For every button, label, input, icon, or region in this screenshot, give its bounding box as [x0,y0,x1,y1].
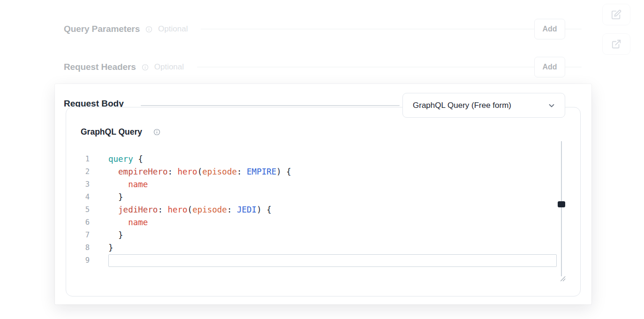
code-token: episode [192,205,227,214]
code-token: name [128,218,148,227]
code-token: ( [197,167,203,176]
line-number: 7 [66,229,90,242]
line-number: 2 [66,166,90,178]
code-token: JEDI [237,205,257,214]
line-number: 9 [66,254,90,267]
graphql-editor-card: GraphQL Query 123456789 query { empireHe… [66,107,581,296]
code-line[interactable]: name [108,216,556,229]
code-token: : [227,205,237,214]
code-token: query [108,154,133,164]
line-number: 5 [66,204,90,216]
code-token: ( [188,205,193,214]
code-token: } [108,192,123,202]
line-number: 6 [66,216,90,229]
gutter: 123456789 [66,153,90,267]
code-token: : [237,167,247,176]
editor-scrollbar-track[interactable] [561,141,562,276]
code-line[interactable]: } [108,229,556,242]
info-icon[interactable] [153,129,160,136]
code-token [108,205,118,214]
code-token: ) { [276,167,291,176]
body-type-value: GraphQL Query (Free form) [413,101,511,110]
code-line[interactable]: } [108,191,556,204]
chevron-down-icon [547,101,556,110]
code-token [108,167,118,176]
line-number: 3 [66,178,90,191]
resize-grip-icon[interactable] [559,275,567,282]
code-token [108,180,128,189]
code-line[interactable]: jediHero: hero(episode: JEDI) { [108,204,556,216]
code-line[interactable]: query { [108,153,556,166]
code-token: } [108,243,114,252]
scrollbar-thumb[interactable] [558,201,565,207]
code-token [108,218,128,227]
graphql-query-header: GraphQL Query [81,127,160,137]
code-token: : [167,167,177,176]
code-token: episode [202,167,237,176]
request-body-panel: Request Body GraphQL Query (Free form) G… [55,84,591,304]
code-token: hero [178,167,197,176]
code-lines: query { empireHero: hero(episode: EMPIRE… [108,153,556,267]
graphql-query-label: GraphQL Query [81,127,142,137]
code-token: hero [167,205,187,214]
code-token: name [128,180,148,189]
code-token: : [158,205,167,214]
line-number: 4 [66,191,90,204]
code-token: ) { [257,205,272,214]
body-type-select[interactable]: GraphQL Query (Free form) [402,93,565,118]
code-token: { [133,154,143,164]
code-token: } [108,230,123,240]
code-line[interactable]: empireHero: hero(episode: EMPIRE) { [108,166,556,178]
line-number: 8 [66,242,90,254]
code-token: empireHero [118,167,167,176]
line-number: 1 [66,153,90,166]
code-token: EMPIRE [247,167,276,176]
page: Query Parameters Optional Add Request He… [0,0,644,319]
title-divider [141,105,400,106]
code-line[interactable] [108,254,556,267]
code-editor[interactable]: 123456789 query { empireHero: hero(episo… [66,153,580,270]
code-line[interactable]: } [108,242,556,254]
code-token: jediHero [118,205,158,214]
code-line[interactable]: name [108,178,556,191]
